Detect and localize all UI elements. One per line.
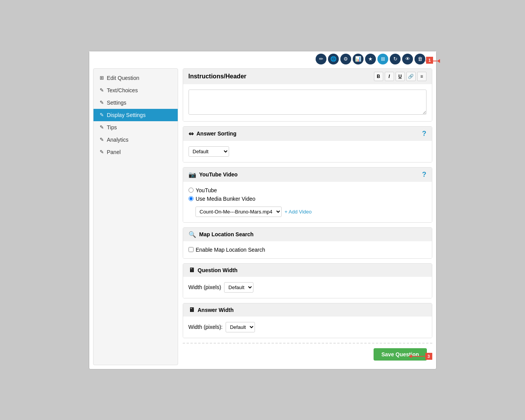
annotation-3: 3 <box>427 354 430 359</box>
radio-media-label: Use Media Bunker Video <box>196 196 256 202</box>
question-width-header: 🖥 Question Width <box>183 264 432 277</box>
instructions-header-left: Instructions/Header <box>189 73 246 80</box>
sidebar-item-analytics[interactable]: ✎ Analytics <box>93 134 178 146</box>
youtube-video-section: 📷 YouTube Video ? YouTube <box>183 167 432 223</box>
edit-icon-3: ✎ <box>100 112 104 118</box>
sidebar-label-display-settings: Display Settings <box>107 112 146 118</box>
youtube-video-header-left: 📷 YouTube Video <box>189 171 238 178</box>
top-icons-area: ✏ 🌐 ⚙ 📊 ★ ⊞ ↻ 👁 🗑 1 <box>316 54 425 64</box>
radio-media-input[interactable] <box>189 196 194 201</box>
monitor-icon-2: 🖥 <box>189 307 195 313</box>
map-checkbox[interactable] <box>189 247 194 252</box>
question-width-label: Width (pixels) <box>189 284 221 290</box>
sidebar-label-text-choices: Text/Choices <box>107 87 138 93</box>
instructions-toolbar: B I U 🔗 ≡ <box>374 72 426 81</box>
answer-sorting-title: Answer Sorting <box>197 130 236 137</box>
answer-width-header-left: 🖥 Answer Width <box>189 307 234 313</box>
sidebar-label-analytics: Analytics <box>107 137 129 143</box>
sidebar-item-edit-question[interactable]: ⊞ Edit Question <box>93 72 178 84</box>
instructions-header: Instructions/Header B I U 🔗 ≡ <box>183 69 432 84</box>
video-icon: 📷 <box>189 171 196 178</box>
answer-width-select[interactable]: Default <box>226 322 255 332</box>
answer-sorting-select[interactable]: Default Alphabetical Random None <box>189 146 229 157</box>
pencil-icon-btn[interactable]: ✏ <box>316 54 326 64</box>
star-icon-btn[interactable]: ★ <box>365 54 376 64</box>
radio-youtube: YouTube <box>189 187 426 193</box>
video-select-row: Count-On-Me---Bruno-Mars.mp4 + Add Video <box>195 207 426 217</box>
video-radio-group: YouTube 2 Use <box>189 187 426 217</box>
question-width-title: Question Width <box>198 267 238 273</box>
sidebar-item-settings[interactable]: ✎ Settings <box>93 97 178 109</box>
search-icon: 🔍 <box>189 231 196 238</box>
edit-icon-6: ✎ <box>100 149 104 155</box>
question-width-body: Width (pixels) Default <box>183 277 432 298</box>
radio-media-bunker: 2 Use Media Bunker Video <box>189 196 426 202</box>
link-button[interactable]: 🔗 <box>406 72 416 81</box>
sidebar-label-tips: Tips <box>107 124 117 130</box>
sidebar: ⊞ Edit Question ✎ Text/Choices ✎ Setting… <box>93 68 178 365</box>
answer-sorting-body: Default Alphabetical Random None <box>183 141 432 162</box>
bold-button[interactable]: B <box>374 72 383 81</box>
trash-icon-btn[interactable]: 🗑 <box>415 54 425 64</box>
sidebar-item-tips[interactable]: ✎ Tips <box>93 121 178 134</box>
radio-youtube-label: YouTube <box>196 187 217 193</box>
save-area: Save Question 3 <box>183 343 432 365</box>
answer-width-row: Width (pixels): Default <box>189 322 426 332</box>
eye-icon-btn[interactable]: 👁 <box>402 54 413 64</box>
answer-width-header: 🖥 Answer Width <box>183 303 432 317</box>
grid-icon-btn[interactable]: ⊞ <box>377 54 388 64</box>
annotation-1: 1 <box>428 58 431 63</box>
edit-icon-2: ✎ <box>100 100 104 105</box>
globe-icon-btn[interactable]: 🌐 <box>328 54 339 64</box>
map-location-title: Map Location Search <box>199 231 254 237</box>
gear-icon-btn[interactable]: ⚙ <box>340 54 351 64</box>
instructions-body <box>183 84 432 121</box>
instructions-title: Instructions/Header <box>189 73 246 80</box>
map-location-header: 🔍 Map Location Search <box>183 228 432 241</box>
sidebar-label-panel: Panel <box>107 149 121 155</box>
answer-width-body: Width (pixels): Default <box>183 317 432 338</box>
instructions-section: Instructions/Header B I U 🔗 ≡ <box>183 68 432 122</box>
youtube-video-header: 📷 YouTube Video ? <box>183 168 432 182</box>
map-location-header-left: 🔍 Map Location Search <box>189 231 254 238</box>
question-width-row: Width (pixels) Default <box>189 282 426 293</box>
answer-width-label: Width (pixels): <box>189 324 223 330</box>
answer-sorting-header: ⇔ Answer Sorting ? <box>183 127 432 141</box>
refresh-icon-btn[interactable]: ↻ <box>390 54 401 64</box>
sidebar-label-edit-question: Edit Question <box>107 75 139 81</box>
question-width-header-left: 🖥 Question Width <box>189 267 238 274</box>
add-video-link[interactable]: + Add Video <box>285 209 312 215</box>
sidebar-item-text-choices[interactable]: ✎ Text/Choices <box>93 84 178 97</box>
video-select[interactable]: Count-On-Me---Bruno-Mars.mp4 <box>195 207 282 217</box>
map-location-body: Enable Map Location Search <box>183 241 432 258</box>
youtube-video-help-icon[interactable]: ? <box>422 171 426 179</box>
answer-sorting-section: ⇔ Answer Sorting ? Default Alphabetical … <box>183 126 432 163</box>
edit-icon-4: ✎ <box>100 124 104 130</box>
question-width-section: 🖥 Question Width Width (pixels) Default <box>183 263 432 298</box>
italic-button[interactable]: I <box>385 72 394 81</box>
edit-icon-5: ✎ <box>100 137 104 142</box>
instructions-textarea[interactable] <box>189 90 426 115</box>
top-icons-group: ✏ 🌐 ⚙ 📊 ★ ⊞ ↻ 👁 🗑 <box>316 54 425 64</box>
sidebar-item-display-settings[interactable]: ✎ Display Settings <box>93 109 178 121</box>
more-button[interactable]: ≡ <box>417 72 426 81</box>
edit-icon-1: ✎ <box>100 87 104 93</box>
youtube-video-body: YouTube 2 Use <box>183 182 432 222</box>
question-width-select[interactable]: Default <box>224 282 253 293</box>
radio-youtube-input[interactable] <box>189 188 194 193</box>
map-checkbox-label: Enable Map Location Search <box>196 247 265 253</box>
sort-icon: ⇔ <box>189 130 194 137</box>
main-content: Instructions/Header B I U 🔗 ≡ <box>183 68 432 365</box>
answer-sorting-help-icon[interactable]: ? <box>422 130 426 138</box>
sidebar-item-panel[interactable]: ✎ Panel <box>93 146 178 158</box>
map-location-section: 🔍 Map Location Search Enable Map Locatio… <box>183 227 432 259</box>
modal-body: ⊞ Edit Question ✎ Text/Choices ✎ Setting… <box>89 64 436 369</box>
sidebar-label-settings: Settings <box>107 100 127 106</box>
monitor-icon-1: 🖥 <box>189 267 195 274</box>
youtube-video-title: YouTube Video <box>199 171 238 178</box>
answer-width-title: Answer Width <box>198 307 234 313</box>
answer-width-section: 🖥 Answer Width Width (pixels): Default <box>183 303 432 338</box>
modal-header: ✏ 🌐 ⚙ 📊 ★ ⊞ ↻ 👁 🗑 1 <box>89 51 436 64</box>
chart-icon-btn[interactable]: 📊 <box>353 54 364 64</box>
underline-button[interactable]: U <box>396 72 405 81</box>
